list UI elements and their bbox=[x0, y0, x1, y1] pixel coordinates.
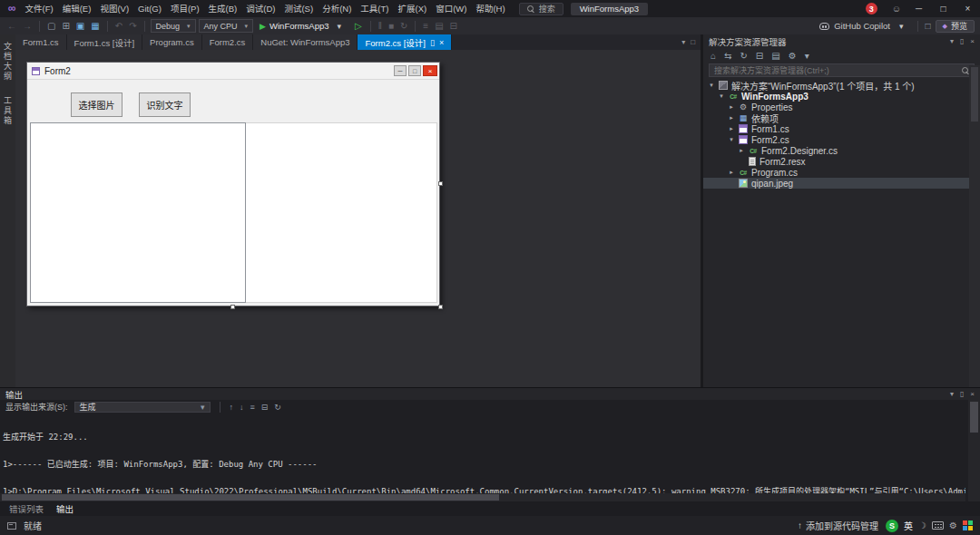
github-copilot-button[interactable]: GitHub Copilot ▾ bbox=[816, 19, 911, 33]
solution-platform-dropdown[interactable]: Any CPU ▾ bbox=[199, 19, 254, 33]
quick-search-box[interactable]: 搜索 bbox=[519, 3, 564, 15]
tree-item-project[interactable]: ▾ WinFormsApp3 bbox=[703, 91, 980, 102]
chevron-collapsed-icon[interactable]: ▸ bbox=[728, 125, 735, 132]
resize-handle[interactable] bbox=[230, 305, 235, 309]
maximize-button[interactable]: □ bbox=[931, 0, 956, 17]
solution-search-box[interactable] bbox=[709, 63, 975, 77]
output-vertical-scrollbar[interactable] bbox=[968, 400, 980, 501]
undo-icon[interactable]: ↶ bbox=[113, 17, 124, 34]
menu-item[interactable]: 工具(T) bbox=[356, 0, 393, 17]
more-options-chevron-icon[interactable]: ▾ bbox=[805, 51, 809, 61]
tree-item-solution[interactable]: ▾ 解决方案“WinFormsApp3”(1 个项目，共 1 个) bbox=[703, 80, 980, 91]
tree-item-properties[interactable]: ▸ Properties bbox=[703, 102, 980, 112]
output-horizontal-scrollbar[interactable] bbox=[0, 493, 965, 501]
menu-item[interactable]: 窗口(W) bbox=[431, 0, 471, 17]
menu-item[interactable]: 帮助(H) bbox=[471, 0, 509, 17]
output-panel-header[interactable]: 输出 ▾ ▯ × bbox=[0, 388, 980, 400]
tab-form2-cs[interactable]: Form2.cs bbox=[202, 34, 254, 50]
chevron-collapsed-icon[interactable]: ▸ bbox=[728, 114, 735, 122]
find-in-files-icon[interactable]: ▤ bbox=[433, 17, 445, 34]
sogou-ime-icon[interactable]: S bbox=[886, 520, 898, 532]
prev-message-icon[interactable]: ↑ bbox=[230, 403, 234, 412]
show-all-files-icon[interactable]: ▤ bbox=[771, 51, 779, 61]
start-debugging-button[interactable]: ▶ WinFormsApp3 ▾ bbox=[256, 19, 349, 33]
close-panel-icon[interactable]: × bbox=[970, 390, 975, 398]
menu-item[interactable]: 视图(V) bbox=[95, 0, 133, 17]
solution-explorer-header[interactable]: 解决方案资源管理器 ▾ ▯ × bbox=[703, 34, 980, 48]
output-log[interactable]: 生成开始于 22:29... 1>------ 已启动生成: 项目: WinFo… bbox=[3, 414, 965, 493]
step-icons[interactable]: ≡ bbox=[421, 17, 430, 34]
minimize-button[interactable]: ─ bbox=[906, 0, 931, 17]
save-all-icon[interactable]: ▦ bbox=[89, 17, 101, 34]
tab-form2-design[interactable]: Form2.cs [设计] ▯ × bbox=[358, 34, 452, 50]
send-feedback-icon[interactable]: □ bbox=[924, 17, 933, 34]
menu-item[interactable]: 分析(N) bbox=[318, 0, 356, 17]
menu-item[interactable]: Git(G) bbox=[133, 0, 166, 17]
start-without-debugging-icon[interactable]: ▷ bbox=[352, 21, 365, 31]
select-image-button[interactable]: 选择图片 bbox=[71, 92, 122, 117]
menu-item[interactable]: 生成(B) bbox=[204, 0, 242, 17]
solution-search-input[interactable] bbox=[714, 66, 957, 75]
designed-form-window[interactable]: Form2 ─ □ × 选择图片 识别文字 bbox=[26, 62, 440, 306]
resize-handle[interactable] bbox=[438, 181, 443, 186]
home-icon[interactable]: ⌂ bbox=[710, 51, 716, 61]
auto-hide-pin-icon[interactable]: ▯ bbox=[960, 37, 964, 45]
tab-form1-design[interactable]: Form1.cs [设计] bbox=[67, 34, 143, 50]
menu-item[interactable]: 编辑(E) bbox=[58, 0, 96, 17]
tab-form1-cs[interactable]: Form1.cs bbox=[15, 34, 67, 50]
menu-item[interactable]: 调试(D) bbox=[241, 0, 279, 17]
sidebar-tab-toolbox[interactable]: 工具箱 bbox=[2, 96, 14, 126]
resize-handle[interactable] bbox=[438, 305, 443, 309]
ime-mode-moon-icon[interactable]: ☽ bbox=[918, 520, 926, 530]
tab-nuget-winformsapp3[interactable]: NuGet: WinFormsApp3 bbox=[253, 34, 358, 50]
winforms-design-surface[interactable]: Form2 ─ □ × 选择图片 识别文字 bbox=[15, 50, 701, 387]
chevron-expanded-icon[interactable]: ▾ bbox=[728, 136, 735, 143]
tree-item-qipan-jpeg[interactable]: qipan.jpeg bbox=[703, 178, 980, 189]
ime-language-indicator[interactable]: 英 bbox=[904, 519, 913, 532]
refresh-icon[interactable]: ↻ bbox=[740, 51, 747, 61]
open-file-icon[interactable]: ⊞ bbox=[60, 17, 71, 34]
next-message-icon[interactable]: ↓ bbox=[240, 403, 244, 412]
close-tab-icon[interactable]: × bbox=[439, 38, 444, 47]
preview-features-button[interactable]: ◆ 预览 bbox=[936, 20, 975, 33]
picture-box-control[interactable] bbox=[30, 122, 246, 303]
menu-item[interactable]: 扩展(X) bbox=[393, 0, 431, 17]
stop-icon[interactable]: ■ bbox=[387, 17, 396, 34]
pause-icon[interactable]: ‖ bbox=[377, 17, 384, 34]
designed-form-body[interactable]: 选择图片 识别文字 bbox=[28, 81, 438, 305]
recognize-text-button[interactable]: 识别文字 bbox=[139, 92, 191, 117]
chevron-expanded-icon[interactable]: ▾ bbox=[708, 82, 715, 89]
add-to-source-control-button[interactable]: ↑ 添加到源代码管理 bbox=[798, 519, 878, 532]
tab-error-list[interactable]: 错误列表 bbox=[9, 502, 44, 515]
navigate-back-icon[interactable]: ← bbox=[5, 17, 18, 34]
misc-tool-icon[interactable]: ⊟ bbox=[448, 17, 459, 34]
menu-item[interactable]: 文件(F) bbox=[21, 0, 58, 17]
tree-item-form2-resx[interactable]: Form2.resx bbox=[703, 156, 980, 167]
navigate-forward-icon[interactable]: → bbox=[21, 17, 34, 34]
close-panel-icon[interactable]: × bbox=[970, 37, 975, 45]
float-window-icon[interactable]: □ bbox=[691, 38, 695, 46]
ime-toolbox-icon[interactable] bbox=[963, 520, 973, 530]
tree-item-dependencies[interactable]: ▸ 依赖项 bbox=[703, 112, 980, 123]
panel-options-chevron-icon[interactable]: ▾ bbox=[950, 37, 954, 45]
tab-list-chevron-icon[interactable]: ▾ bbox=[681, 38, 685, 46]
close-button[interactable]: × bbox=[956, 0, 980, 17]
sidebar-tab-document-outline[interactable]: 文档大纲 bbox=[2, 42, 14, 82]
tree-item-form2[interactable]: ▾ Form2.cs bbox=[703, 134, 980, 145]
collapse-all-icon[interactable]: ⊟ bbox=[756, 51, 763, 61]
tree-item-form2-designer[interactable]: ▸ Form2.Designer.cs bbox=[703, 145, 980, 156]
menu-item[interactable]: 项目(P) bbox=[166, 0, 204, 17]
redo-icon[interactable]: ↷ bbox=[127, 17, 138, 34]
output-source-dropdown[interactable]: 生成 ▾ bbox=[74, 402, 211, 413]
auto-hide-pin-icon[interactable]: ▯ bbox=[960, 390, 964, 398]
chevron-collapsed-icon[interactable]: ▸ bbox=[728, 103, 735, 111]
panel-options-chevron-icon[interactable]: ▾ bbox=[950, 390, 954, 398]
tree-item-form1[interactable]: ▸ Form1.cs bbox=[703, 123, 980, 134]
textbox-control[interactable] bbox=[246, 122, 437, 303]
properties-icon[interactable]: ⚙ bbox=[789, 51, 797, 61]
notification-badge[interactable]: 3 bbox=[866, 3, 877, 15]
hot-reload-icon[interactable]: ↻ bbox=[398, 17, 409, 34]
new-file-icon[interactable]: ▢ bbox=[45, 17, 57, 34]
pin-icon[interactable]: ▯ bbox=[430, 38, 435, 47]
solution-configuration-dropdown[interactable]: Debug ▾ bbox=[151, 19, 196, 33]
